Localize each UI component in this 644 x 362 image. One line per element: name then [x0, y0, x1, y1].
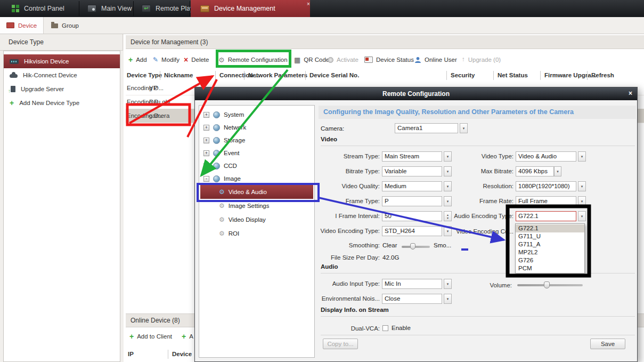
- cell-nickname: Dau ghi: [149, 95, 170, 109]
- qr-code-icon: ▦: [294, 57, 300, 63]
- add-button[interactable]: + Add: [128, 54, 147, 65]
- tab-group[interactable]: Group: [45, 17, 85, 34]
- volume-slider-track[interactable]: [517, 284, 583, 286]
- max-bitrate-label: Max Bitrate:: [424, 168, 513, 174]
- frame-rate-arrow[interactable]: ▾: [578, 196, 586, 206]
- save-button[interactable]: Save: [590, 339, 625, 349]
- device-tab-icon: [6, 22, 14, 28]
- column-header-ip[interactable]: IP: [128, 350, 134, 359]
- dropdown-option[interactable]: G711_U: [516, 232, 584, 240]
- volume-slider-thumb[interactable]: [544, 281, 550, 288]
- max-bitrate-arrow[interactable]: ▾: [554, 166, 561, 176]
- upgrade-server-icon: [11, 86, 15, 92]
- add-to-client-button[interactable]: + Add to Client: [129, 333, 172, 340]
- dialog-title-bar[interactable]: Remote Configuration: [195, 87, 637, 100]
- top-navigation: Control Panel Main View ↩ Remote Playbac…: [0, 0, 644, 17]
- display-info-section-title: Display Info. on Stream: [321, 307, 389, 313]
- footer-divider: [321, 335, 635, 335]
- device-status-button[interactable]: Device Status: [364, 54, 414, 65]
- expand-icon[interactable]: +: [203, 150, 209, 156]
- device-status-icon: [364, 57, 373, 63]
- upgrade-button[interactable]: ↑ Upgrade (0): [462, 54, 501, 65]
- category-globe-icon: [213, 163, 220, 170]
- audio-encoding-type-arrow[interactable]: ▾: [578, 211, 586, 221]
- copy-to-button[interactable]: Copy to...: [323, 339, 358, 349]
- tree-item-system[interactable]: + System: [199, 108, 314, 121]
- dropdown-option[interactable]: G722.1: [516, 224, 584, 232]
- delete-button[interactable]: × Delete: [184, 54, 209, 65]
- chevron-down-icon: ▾: [447, 297, 449, 301]
- category-globe-icon: [213, 175, 220, 182]
- tab-device[interactable]: Device: [0, 17, 44, 34]
- dropdown-option[interactable]: PCM: [516, 264, 584, 272]
- sidebar-item-add-new-device-type[interactable]: + Add New Device Type: [4, 96, 120, 110]
- column-header-refresh[interactable]: Refresh: [587, 71, 614, 80]
- nav-tab-control-panel[interactable]: Control Panel: [4, 0, 72, 17]
- column-header-nickname[interactable]: Nickname: [160, 71, 193, 80]
- tab-bar: Device Group: [0, 17, 644, 34]
- resolution-label: Resolution:: [424, 183, 513, 189]
- nav-tab-label: Device Management: [214, 5, 275, 12]
- expand-icon[interactable]: +: [203, 125, 209, 131]
- audio-section-title: Audio: [321, 263, 338, 270]
- file-size-value: 42.0G: [382, 254, 399, 261]
- tree-item-storage[interactable]: + Storage: [199, 134, 314, 147]
- smoothing-slider-thumb[interactable]: [410, 243, 415, 250]
- sidebar-item-label: Hik-Connect Device: [23, 72, 77, 78]
- remote-configuration-button[interactable]: ⚙ Remote Configuration: [218, 54, 288, 65]
- video-type-arrow[interactable]: ▾: [578, 151, 586, 162]
- sidebar-item-hikvision-device[interactable]: Hikvision Device: [4, 54, 120, 68]
- environmental-noise-select[interactable]: Close: [382, 294, 442, 304]
- column-header-device[interactable]: Device: [168, 350, 192, 359]
- dialog-title: Remote Configuration: [382, 90, 450, 98]
- frame-rate-select[interactable]: Full Frame: [516, 196, 576, 206]
- activate-button[interactable]: Activate: [328, 54, 358, 65]
- dialog-close-icon[interactable]: ×: [629, 90, 632, 97]
- audio-encoding-dropdown-list: G722.1 G711_U G711_A MP2L2 G726 PCM: [515, 223, 585, 273]
- dropdown-option[interactable]: MP2L2: [516, 248, 584, 256]
- column-header-net-status[interactable]: Net Status: [493, 71, 528, 80]
- column-header-device-serial-no[interactable]: Device Serial No.: [305, 71, 359, 80]
- resolution-arrow[interactable]: ▾: [578, 181, 586, 191]
- nav-separator: [133, 1, 134, 16]
- column-header-device-type[interactable]: Device Type: [127, 71, 162, 80]
- audio-input-type-select[interactable]: Mic In: [382, 279, 442, 289]
- online-user-button[interactable]: Online User: [414, 54, 457, 65]
- collapse-icon[interactable]: -: [203, 176, 209, 182]
- gear-icon: ⚙: [219, 189, 225, 195]
- sidebar-item-upgrade-server[interactable]: Upgrade Server: [4, 82, 120, 96]
- upload-arrow-icon: ↑: [462, 57, 465, 63]
- nav-close-icon[interactable]: ×: [307, 1, 310, 7]
- dropdown-option[interactable]: G726: [516, 256, 584, 264]
- category-globe-icon: [213, 137, 220, 144]
- device-type-panel: Hikvision Device Hik-Connect Device Upgr…: [3, 51, 120, 362]
- sidebar-item-hik-connect-device[interactable]: Hik-Connect Device: [4, 68, 120, 82]
- tree-item-label: Video Display: [229, 216, 266, 223]
- expand-icon[interactable]: +: [203, 138, 209, 143]
- tab-label: Device: [18, 22, 37, 29]
- camera-select[interactable]: Camera1: [395, 123, 458, 133]
- dual-vca-checkbox[interactable]: [382, 325, 388, 331]
- audio-encoding-type-select[interactable]: G722.1: [516, 211, 576, 221]
- modify-button[interactable]: ✎ Modify: [153, 54, 180, 65]
- resolution-select[interactable]: 1080P(1920*1080): [516, 181, 576, 191]
- column-header-security[interactable]: Security: [446, 71, 475, 80]
- group-folder-icon: [51, 23, 58, 28]
- tree-item-network[interactable]: + Network: [199, 121, 314, 134]
- add-all-button[interactable]: + A: [182, 333, 193, 340]
- smoothing-slider-track[interactable]: [402, 246, 430, 248]
- environmental-noise-arrow[interactable]: ▾: [444, 294, 452, 304]
- dual-vca-label: Dual-VCA:: [320, 325, 380, 332]
- max-bitrate-select[interactable]: 4096 Kbps: [516, 166, 554, 176]
- dropdown-option[interactable]: G711_A: [516, 240, 584, 248]
- tree-item-label: Image: [224, 175, 241, 182]
- nav-tab-main-view[interactable]: Main View: [80, 0, 139, 17]
- camera-select-arrow[interactable]: ▾: [460, 123, 468, 133]
- expand-icon[interactable]: +: [203, 112, 209, 118]
- qr-code-button[interactable]: ▦ QR Code: [294, 54, 329, 65]
- column-header-network-parameters[interactable]: Network Parameters: [244, 71, 307, 80]
- video-type-select[interactable]: Video & Audio: [516, 151, 576, 162]
- plus-icon: +: [129, 333, 134, 340]
- expand-icon[interactable]: +: [203, 163, 209, 169]
- nav-tab-device-management[interactable]: Device Management: [191, 0, 310, 17]
